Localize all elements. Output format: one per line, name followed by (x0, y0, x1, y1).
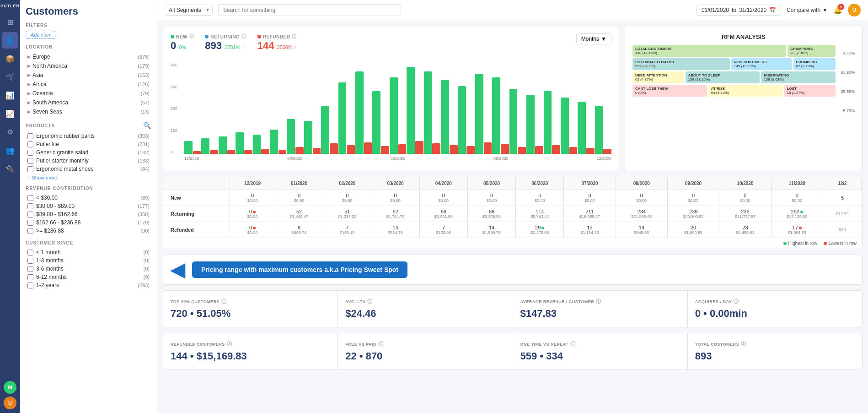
rfm-cell[interactable]: HIBERNATING138 (9.63%) (761, 71, 836, 83)
sidebar-icon-orders[interactable]: 🛒 (2, 69, 18, 85)
dashboard: NEW ⓘ 0 0% RETURNING (157, 20, 868, 413)
bar-group (304, 121, 321, 154)
table-column-header: 08/2020 (616, 177, 667, 190)
location-item[interactable]: ▶Africa(126) (26, 80, 151, 89)
rfm-cell[interactable]: NEED ATTENTION69 (4.87%) (632, 71, 684, 83)
sidebar-icon-settings[interactable]: ⚙ (2, 124, 18, 140)
sidebar-avatar-green[interactable]: M (4, 381, 16, 394)
search-input[interactable] (218, 4, 401, 16)
rfm-cell[interactable]: CHAMPIONS29 (2.05%) (788, 45, 836, 57)
date-range-picker[interactable]: 01/01/2020 to 31/12/2020 📅 (697, 5, 781, 16)
table-cell: 114$5,742.42 (516, 206, 564, 222)
location-list: ▶Europe(275)▶North America(179)▶Asia(163… (26, 52, 151, 116)
location-item[interactable]: ▶North America(179) (26, 61, 151, 71)
returning-change: 2781% ↑ (225, 44, 244, 50)
green-dot-indicator (541, 227, 544, 229)
top-row: NEW ⓘ 0 0% RETURNING (163, 26, 863, 171)
table-column-header: 11/2020 (771, 177, 823, 190)
rfm-row: POTENTIAL LOYALIST537 (37.9%)NEW CUSTOME… (632, 58, 836, 70)
notification-bell[interactable]: 🔔 5 (833, 5, 842, 14)
revenue-item: $89.00 - $162.66(358) (26, 210, 151, 218)
sidebar-icon-analytics[interactable]: 📈 (2, 105, 18, 122)
since-checkbox[interactable] (27, 266, 33, 272)
bar-red (279, 150, 287, 154)
red-dot-indicator (253, 211, 256, 213)
table-cell: 0$0.00 (230, 222, 275, 238)
segment-select[interactable]: All Segments (165, 5, 213, 16)
user-avatar[interactable]: U (848, 4, 861, 16)
bar-group (458, 86, 475, 154)
rfm-cell[interactable]: LOST18 (1.27%) (784, 85, 836, 97)
revenue-checkbox[interactable] (27, 228, 33, 234)
bar-red (261, 149, 269, 154)
compare-button[interactable]: Compare with ▼ (787, 7, 828, 13)
location-item[interactable]: ▶South America(57) (26, 98, 151, 107)
show-more-link[interactable]: + Show more (26, 175, 151, 180)
since-section-title: CUSTOMER SINCE (26, 240, 151, 245)
product-checkbox[interactable] (27, 141, 33, 147)
sidebar-icon-integrations[interactable]: 🔌 (2, 160, 18, 177)
bar-red (501, 144, 509, 154)
sidebar-icon-dashboard[interactable]: ⊞ (2, 14, 18, 30)
bar-green (304, 121, 312, 154)
since-checkbox[interactable] (27, 274, 33, 280)
product-checkbox[interactable] (27, 158, 33, 164)
sidebar-icon-reports[interactable]: 📊 (2, 87, 18, 103)
sidebar-icon-customers[interactable]: 👤 (2, 32, 18, 49)
sidebar-avatar-orange[interactable]: U (4, 397, 16, 409)
revenue-checkbox[interactable] (27, 212, 33, 217)
add-filter-button[interactable]: Add filter (26, 31, 55, 39)
table-cell: 0$0.00 (275, 190, 323, 206)
rfm-cell[interactable]: LOYAL CUSTOMERS158 (11.15%) (632, 45, 786, 57)
bar-group (475, 74, 492, 154)
row-label: Returning (163, 206, 230, 222)
location-item[interactable]: ▶Oceania(79) (26, 89, 151, 98)
rfm-cell[interactable]: ABOUT TO SLEEP158 (11.15%) (686, 71, 760, 83)
location-item[interactable]: ▶Europe(275) (26, 52, 151, 61)
revenue-checkbox[interactable] (27, 203, 33, 209)
rfm-cell[interactable]: NEW CUSTOMERS145 (10.23%) (731, 58, 792, 70)
bar-group (287, 119, 303, 154)
tooltip-box: Pricing range with maximum customers a.k… (192, 261, 407, 278)
bar-group (526, 95, 543, 154)
bar-group (492, 77, 509, 154)
location-item[interactable]: ▶Seven Seas(13) (26, 107, 151, 116)
rfm-cell[interactable]: CANT LOSE THEM0 (0%) (632, 85, 707, 97)
months-button[interactable]: Months ▼ (576, 33, 611, 44)
table-column-header: 04/2020 (419, 177, 467, 190)
bar-green (407, 67, 415, 154)
location-item[interactable]: ▶Asia(163) (26, 71, 151, 80)
bar-chart (184, 63, 611, 154)
table-cell: $30 (823, 222, 862, 238)
product-checkbox[interactable] (27, 133, 33, 139)
bar-red (398, 144, 407, 154)
sidebar-icon-products[interactable]: 📦 (2, 50, 18, 67)
since-checkbox[interactable] (27, 258, 33, 264)
revenue-checkbox[interactable] (27, 195, 33, 201)
product-item: Generic granite salad(162) (26, 148, 151, 157)
product-checkbox[interactable] (27, 166, 33, 172)
row-label: Refunded (163, 222, 230, 238)
since-checkbox[interactable] (27, 250, 33, 255)
metric-item: ACQUIRED / DAY ⓘ 0 • 0.00min (688, 291, 862, 327)
red-dot-indicator (799, 227, 802, 229)
bar-group (509, 89, 526, 154)
bar-red (466, 146, 475, 154)
since-checkbox[interactable] (27, 283, 33, 288)
rfm-side-label: 5.73% (838, 103, 855, 119)
rfm-cell[interactable]: PROMISING82 (5.79%) (793, 58, 836, 70)
arrow-tooltip-section: ◀ Pricing range with maximum customers a… (163, 255, 863, 285)
product-checkbox[interactable] (27, 150, 33, 156)
table-column-header: 10/2020 (719, 177, 771, 190)
table-cell: 211$16,655.27 (564, 206, 616, 222)
table-cell: 0$0.00 (323, 190, 371, 206)
bar-group (201, 138, 218, 154)
product-search-icon[interactable]: 🔍 (143, 122, 151, 129)
revenue-checkbox[interactable] (27, 220, 33, 226)
sidebar-icon-team[interactable]: 👥 (2, 142, 18, 158)
rfm-cell[interactable]: POTENTIAL LOYALIST537 (37.9%) (632, 58, 730, 70)
rfm-cell[interactable]: AT RISK64 (4.52%) (708, 85, 783, 97)
data-table: 12/201901/202002/202003/202004/202005/20… (163, 177, 862, 238)
bar-group (184, 141, 201, 154)
bar-group (253, 135, 269, 154)
